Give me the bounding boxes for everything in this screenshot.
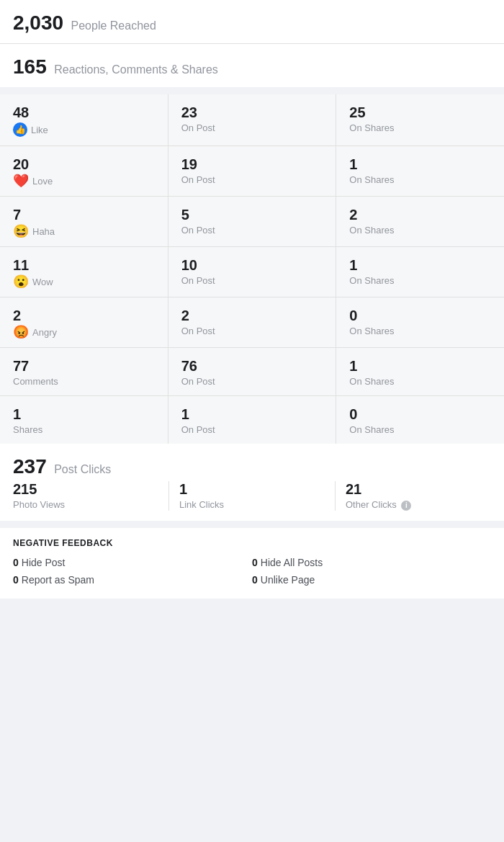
- on-shares-cell: 0On Shares: [336, 297, 504, 347]
- on-post-label: On Post: [181, 122, 323, 133]
- reaction-type-cell: 48👍Like: [0, 94, 168, 145]
- on-shares-number: 2: [349, 207, 491, 223]
- haha-icon: 😆: [13, 225, 29, 238]
- on-shares-cell: 1On Shares: [336, 146, 504, 196]
- on-post-label: On Post: [181, 275, 323, 286]
- link-clicks-label: Link Clicks: [179, 499, 325, 510]
- on-post-cell: 10On Post: [168, 247, 336, 297]
- people-reached-section: 2,030 People Reached: [0, 0, 504, 44]
- on-post-cell: 19On Post: [168, 146, 336, 196]
- reaction-total-number: 77: [13, 358, 155, 375]
- on-shares-label: On Shares: [349, 174, 491, 185]
- reactions-grid: 48👍Like23On Post25On Shares20❤️Love19On …: [0, 94, 504, 444]
- reaction-total-number: 20: [13, 156, 155, 173]
- angry-icon: 😡: [13, 326, 29, 339]
- negative-feedback-item: 0Report as Spam: [13, 574, 252, 586]
- post-clicks-header: 237 Post Clicks: [0, 444, 504, 481]
- post-clicks-card: 237 Post Clicks 215 Photo Views 1 Link C…: [0, 444, 504, 521]
- on-shares-number: 0: [349, 406, 491, 423]
- reaction-type-label: 😆Haha: [13, 225, 155, 238]
- reactions-label: Reactions, Comments & Shares: [54, 63, 218, 76]
- on-post-label: On Post: [181, 376, 323, 387]
- love-icon: ❤️: [13, 174, 29, 187]
- reactions-summary-section: 165 Reactions, Comments & Shares: [0, 44, 504, 87]
- neg-item-label: Unlike Page: [261, 574, 315, 586]
- post-clicks-label: Post Clicks: [54, 463, 111, 475]
- reaction-label-text: Wow: [32, 277, 53, 287]
- reaction-type-cell: 11😮Wow: [0, 247, 168, 297]
- reaction-type-cell: 2😡Angry: [0, 297, 168, 347]
- negative-feedback-section: NEGATIVE FEEDBACK 0Hide Post0Hide All Po…: [0, 528, 504, 599]
- on-shares-label: On Shares: [349, 326, 491, 336]
- reactions-number: 165: [13, 55, 47, 78]
- reaction-type-label: 😡Angry: [13, 326, 155, 339]
- on-post-number: 2: [181, 308, 323, 324]
- on-shares-number: 1: [349, 358, 491, 375]
- reaction-type-cell: 7😆Haha: [0, 197, 168, 246]
- on-shares-label: On Shares: [349, 424, 491, 435]
- reaction-total-number: 1: [13, 406, 155, 423]
- reaction-type-label: Comments: [13, 376, 155, 387]
- on-post-label: On Post: [181, 174, 323, 185]
- on-post-number: 19: [181, 156, 323, 173]
- post-clicks-number: 237: [13, 455, 47, 478]
- on-shares-cell: 2On Shares: [336, 197, 504, 246]
- on-post-number: 5: [181, 207, 323, 223]
- reaction-row: 7😆Haha5On Post2On Shares: [0, 197, 504, 247]
- summary-card: 2,030 People Reached 165 Reactions, Comm…: [0, 0, 504, 87]
- reaction-type-cell: 20❤️Love: [0, 146, 168, 196]
- on-shares-label: On Shares: [349, 376, 491, 387]
- reaction-total-number: 7: [13, 207, 155, 223]
- reaction-type-label: 👍Like: [13, 122, 155, 137]
- reaction-total-number: 48: [13, 104, 155, 121]
- reaction-label-text: Comments: [13, 376, 58, 387]
- reaction-row: 1Shares1On Post0On Shares: [0, 396, 504, 444]
- reaction-total-number: 11: [13, 257, 155, 274]
- negative-feedback-grid: 0Hide Post0Hide All Posts0Report as Spam…: [13, 557, 491, 586]
- neg-item-number: 0: [13, 574, 19, 586]
- on-shares-number: 25: [349, 104, 491, 121]
- on-post-cell: 76On Post: [168, 348, 336, 395]
- photo-views-number: 215: [13, 481, 158, 498]
- other-clicks-number: 21: [346, 481, 491, 498]
- reaction-label-text: Shares: [13, 424, 42, 435]
- on-post-label: On Post: [181, 225, 323, 236]
- neg-item-number: 0: [13, 557, 19, 568]
- reaction-label-text: Love: [32, 176, 53, 187]
- people-reached-number: 2,030: [13, 12, 63, 34]
- on-shares-label: On Shares: [349, 122, 491, 133]
- neg-item-label: Hide All Posts: [261, 557, 323, 568]
- on-post-label: On Post: [181, 424, 323, 435]
- photo-views-cell: 215 Photo Views: [13, 481, 158, 511]
- reaction-row: 48👍Like23On Post25On Shares: [0, 94, 504, 146]
- other-clicks-cell: 21 Other Clicks i: [335, 481, 491, 511]
- reaction-type-label: Shares: [13, 424, 155, 435]
- on-post-cell: 2On Post: [168, 297, 336, 347]
- neg-item-label: Report as Spam: [22, 574, 94, 586]
- on-shares-label: On Shares: [349, 225, 491, 236]
- reaction-type-cell: 1Shares: [0, 396, 168, 444]
- reaction-row: 11😮Wow10On Post1On Shares: [0, 247, 504, 297]
- link-clicks-number: 1: [179, 481, 325, 498]
- reaction-label-text: Like: [31, 125, 48, 135]
- reaction-row: 2😡Angry2On Post0On Shares: [0, 297, 504, 348]
- on-post-number: 23: [181, 104, 323, 121]
- post-clicks-grid: 215 Photo Views 1 Link Clicks 21 Other C…: [0, 481, 504, 521]
- wow-icon: 😮: [13, 275, 29, 288]
- photo-views-label: Photo Views: [13, 499, 158, 510]
- on-shares-cell: 1On Shares: [336, 247, 504, 297]
- info-icon[interactable]: i: [401, 501, 411, 511]
- on-post-cell: 1On Post: [168, 396, 336, 444]
- negative-feedback-item: 0Hide Post: [13, 557, 252, 568]
- neg-item-number: 0: [252, 574, 258, 586]
- negative-feedback-item: 0Hide All Posts: [252, 557, 491, 568]
- neg-item-label: Hide Post: [22, 557, 66, 568]
- on-post-label: On Post: [181, 326, 323, 336]
- reaction-type-label: ❤️Love: [13, 174, 155, 187]
- negative-feedback-title: NEGATIVE FEEDBACK: [13, 538, 491, 548]
- on-shares-number: 1: [349, 257, 491, 274]
- reaction-total-number: 2: [13, 308, 155, 324]
- on-post-number: 76: [181, 358, 323, 375]
- on-post-cell: 5On Post: [168, 197, 336, 246]
- negative-feedback-item: 0Unlike Page: [252, 574, 491, 586]
